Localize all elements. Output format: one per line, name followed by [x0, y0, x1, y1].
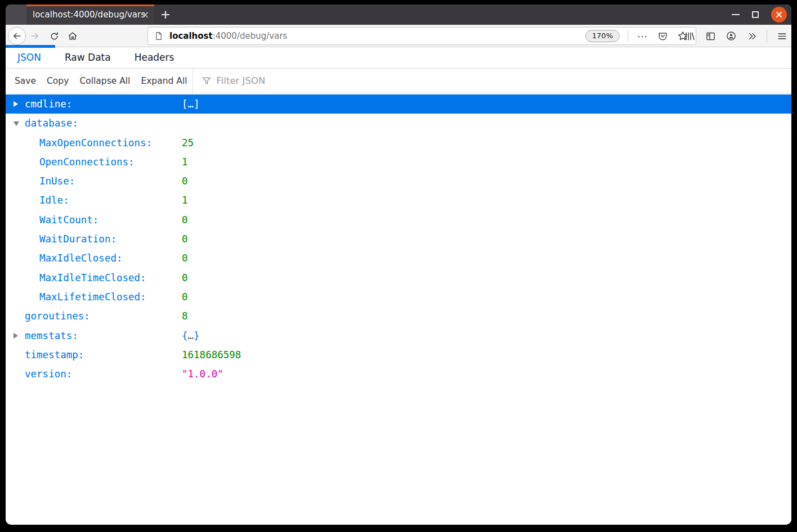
json-key: Idle: [39, 191, 69, 210]
url-path: :4000/debug/vars [213, 31, 288, 41]
filter-json-input[interactable] [217, 75, 386, 86]
json-value: 1 [182, 191, 188, 210]
titlebar-spacer [6, 4, 26, 25]
json-key: version: [25, 364, 72, 384]
json-key: MaxIdleClosed: [39, 249, 123, 268]
page-icon [154, 31, 163, 40]
json-key: MaxOpenConnections: [39, 133, 152, 152]
tab-title: localhost:4000/debug/vars [33, 4, 145, 25]
json-key: InUse: [39, 172, 75, 191]
json-tree: cmdline: […] database: MaxOpenConnection… [6, 93, 791, 525]
json-row-waitduration[interactable]: WaitDuration: 0 [6, 229, 791, 249]
url-bar[interactable]: localhost:4000/debug/vars 170% ⋯ [147, 27, 696, 45]
home-icon [68, 31, 78, 41]
json-row-database[interactable]: database: [6, 114, 791, 133]
expand-arrow-icon[interactable] [14, 101, 18, 107]
json-value: 0 [182, 249, 188, 268]
json-key: WaitDuration: [39, 229, 117, 249]
json-key: timestamp: [25, 345, 84, 364]
json-value: 0 [182, 210, 188, 229]
filter-funnel-icon [202, 76, 212, 86]
window-close-button[interactable] [771, 7, 787, 22]
json-key: cmdline: [25, 94, 72, 114]
tab-close-icon[interactable]: × [140, 9, 151, 20]
json-value[interactable]: […] [182, 94, 200, 114]
reload-icon [50, 31, 59, 41]
json-value: 1 [182, 152, 188, 172]
browser-tab[interactable]: localhost:4000/debug/vars × [26, 4, 154, 25]
json-key: WaitCount: [39, 210, 98, 229]
json-row-maxidletimeclosed[interactable]: MaxIdleTimeClosed: 0 [6, 268, 791, 287]
overflow-chevrons-icon[interactable] [745, 30, 759, 42]
close-brace: } [194, 330, 200, 341]
save-button[interactable]: Save [15, 76, 36, 86]
tab-json[interactable]: JSON [6, 47, 53, 68]
json-value: 0 [182, 229, 188, 249]
forward-button[interactable] [26, 27, 44, 45]
url-domain: localhost [169, 31, 213, 41]
json-key: database: [25, 114, 78, 133]
account-icon[interactable] [724, 30, 738, 42]
json-key: goroutines: [25, 306, 90, 326]
json-value[interactable]: {…} [182, 326, 200, 345]
json-key: MaxIdleTimeClosed: [39, 268, 146, 287]
json-value: 0 [182, 172, 188, 191]
json-value: 0 [182, 287, 188, 306]
back-arrow-icon [12, 31, 22, 41]
ellipsis: … [188, 330, 194, 341]
json-row-maxidleclosed[interactable]: MaxIdleClosed: 0 [6, 249, 791, 268]
collapse-all-button[interactable]: Collapse All [79, 76, 130, 86]
json-row-memstats[interactable]: memstats: {…} [6, 326, 791, 345]
zoom-level-badge[interactable]: 170% [585, 30, 620, 42]
json-value: 25 [182, 133, 194, 152]
json-row-cmdline[interactable]: cmdline: […] [6, 94, 791, 114]
json-value: "1.0.0" [182, 364, 223, 384]
json-row-openconnections[interactable]: OpenConnections: 1 [6, 152, 791, 172]
new-tab-button[interactable]: + [158, 7, 173, 22]
json-viewer-tabs: JSON Raw Data Headers [6, 47, 791, 69]
json-value: 8 [182, 306, 188, 326]
menu-icon[interactable] [774, 30, 789, 42]
json-value: 1618686598 [182, 345, 241, 364]
json-row-maxopenconnections[interactable]: MaxOpenConnections: 25 [6, 133, 791, 152]
toolbar-separator [192, 69, 193, 93]
reload-button[interactable] [45, 27, 63, 45]
open-brace: { [182, 330, 188, 341]
json-key: MaxLifetimeClosed: [39, 287, 146, 306]
json-row-version[interactable]: version: "1.0.0" [6, 364, 791, 384]
json-key: memstats: [25, 326, 78, 345]
window-minimize-button[interactable] [732, 14, 740, 15]
url-text[interactable]: localhost:4000/debug/vars [169, 31, 585, 41]
library-icon[interactable] [682, 30, 697, 42]
tab-headers[interactable]: Headers [123, 47, 186, 68]
page-actions-icon[interactable]: ⋯ [636, 30, 648, 42]
copy-button[interactable]: Copy [47, 76, 69, 86]
close-x-icon [776, 11, 782, 18]
back-button[interactable] [8, 27, 26, 45]
pocket-icon[interactable] [656, 30, 669, 42]
json-row-waitcount[interactable]: WaitCount: 0 [6, 210, 791, 229]
json-row-inuse[interactable]: InUse: 0 [6, 172, 791, 191]
expand-arrow-icon[interactable] [14, 333, 18, 339]
titlebar: localhost:4000/debug/vars × + [6, 4, 791, 25]
json-row-goroutines[interactable]: goroutines: 8 [6, 306, 791, 326]
tab-raw-data[interactable]: Raw Data [53, 47, 123, 68]
urlbar-separator [628, 30, 628, 42]
sidebar-icon[interactable] [703, 30, 718, 42]
browser-window: localhost:4000/debug/vars × + [6, 4, 791, 525]
navigation-toolbar: localhost:4000/debug/vars 170% ⋯ [6, 25, 791, 47]
json-row-timestamp[interactable]: timestamp: 1618686598 [6, 345, 791, 364]
home-button[interactable] [64, 27, 82, 45]
json-key: OpenConnections: [39, 152, 135, 172]
json-value: 0 [182, 268, 188, 287]
active-tab-indicator [6, 45, 55, 48]
json-row-maxlifetimeclosed[interactable]: MaxLifetimeClosed: 0 [6, 287, 791, 306]
forward-arrow-icon [30, 31, 40, 41]
window-maximize-button[interactable] [752, 11, 759, 18]
json-row-idle[interactable]: Idle: 1 [6, 191, 791, 210]
toolbar-separator [767, 29, 767, 43]
json-viewer-toolbar: Save Copy Collapse All Expand All [6, 69, 791, 93]
collapse-arrow-icon[interactable] [14, 121, 19, 126]
expand-all-button[interactable]: Expand All [141, 76, 187, 86]
